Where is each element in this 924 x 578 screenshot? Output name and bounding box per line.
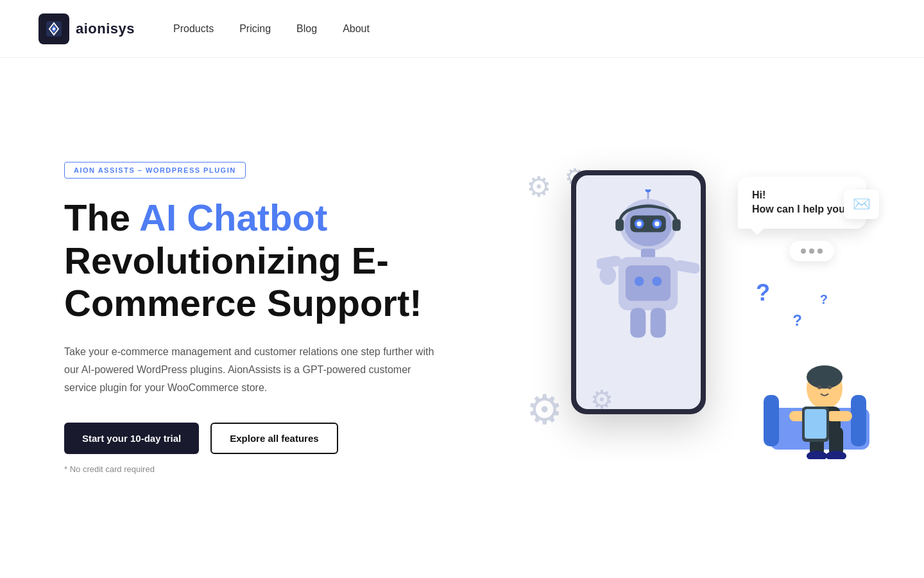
svg-point-28 bbox=[817, 385, 821, 389]
svg-rect-21 bbox=[615, 219, 624, 231]
hero-title-highlight: AI Chatbot bbox=[139, 197, 327, 238]
svg-point-18 bbox=[599, 266, 616, 285]
gear-icon-bottom-large: ⚙ bbox=[526, 386, 563, 434]
svg-point-34 bbox=[826, 451, 846, 459]
nav-products[interactable]: Products bbox=[173, 23, 214, 35]
gear-icon-top-left: ⚙ bbox=[526, 170, 551, 203]
svg-point-33 bbox=[807, 451, 827, 459]
no-credit-card-text: * No credit card required bbox=[64, 464, 501, 474]
hero-buttons: Start your 10-day trial Explore all feat… bbox=[64, 423, 501, 454]
svg-rect-24 bbox=[764, 395, 779, 446]
svg-rect-19 bbox=[630, 308, 646, 338]
logo-icon bbox=[38, 13, 69, 44]
svg-rect-38 bbox=[805, 409, 826, 439]
hero-illustration: ⚙ ⚙ bbox=[501, 138, 886, 498]
svg-point-27 bbox=[807, 365, 843, 389]
hero-title-pre: The bbox=[64, 197, 139, 238]
question-mark-1: ? bbox=[756, 279, 770, 306]
dot-2 bbox=[809, 249, 814, 254]
robot-illustration bbox=[597, 189, 699, 344]
logo-text: aionisys bbox=[76, 21, 135, 37]
svg-point-10 bbox=[645, 189, 651, 193]
cta-primary-button[interactable]: Start your 10-day trial bbox=[64, 423, 199, 454]
question-mark-2: ? bbox=[792, 311, 802, 329]
typing-indicator bbox=[789, 241, 834, 261]
hero-badge: AION ASSISTS – WORDPRESS PLUGIN bbox=[64, 162, 246, 179]
nav-about[interactable]: About bbox=[343, 23, 370, 35]
svg-point-29 bbox=[828, 385, 832, 389]
hero-title-post: Revolutionizing E-Commerce Support! bbox=[64, 240, 422, 324]
nav-blog[interactable]: Blog bbox=[296, 23, 317, 35]
svg-rect-20 bbox=[651, 308, 666, 338]
illustration-container: ⚙ ⚙ bbox=[501, 151, 886, 485]
svg-rect-22 bbox=[672, 219, 681, 231]
hero-content: AION ASSISTS – WORDPRESS PLUGIN The AI C… bbox=[64, 162, 501, 474]
hero-section: AION ASSISTS – WORDPRESS PLUGIN The AI C… bbox=[0, 58, 924, 578]
dot-3 bbox=[817, 249, 823, 254]
svg-rect-25 bbox=[851, 395, 866, 446]
svg-point-14 bbox=[635, 277, 644, 286]
svg-rect-11 bbox=[641, 249, 655, 258]
logo-link[interactable]: aionisys bbox=[38, 13, 135, 44]
email-icon: ✉️ bbox=[844, 189, 879, 219]
svg-point-7 bbox=[637, 222, 641, 226]
svg-point-8 bbox=[654, 222, 659, 226]
svg-point-1 bbox=[53, 28, 55, 30]
question-mark-3: ? bbox=[820, 292, 828, 307]
cta-secondary-button[interactable]: Explore all features bbox=[210, 423, 338, 454]
svg-rect-13 bbox=[626, 265, 671, 301]
hero-description: Take your e-commerce management and cust… bbox=[64, 343, 443, 397]
svg-rect-36 bbox=[826, 411, 852, 421]
gear-icon-bottom-small: ⚙ bbox=[590, 385, 613, 414]
hero-title: The AI Chatbot Revolutionizing E-Commerc… bbox=[64, 197, 501, 325]
svg-point-15 bbox=[652, 277, 662, 286]
nav-pricing[interactable]: Pricing bbox=[239, 23, 271, 35]
person-illustration bbox=[757, 331, 873, 459]
dot-1 bbox=[801, 249, 806, 254]
main-nav: Products Pricing Blog About bbox=[173, 23, 370, 35]
